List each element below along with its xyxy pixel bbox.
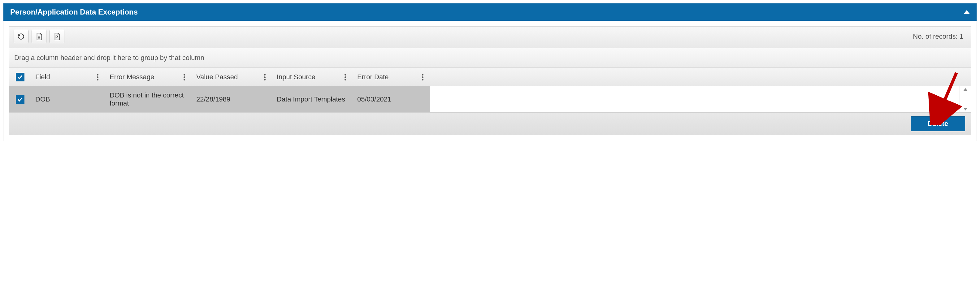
grid-toolbar: No. of records: 1 bbox=[9, 26, 971, 48]
header-input-source[interactable]: Input Source bbox=[272, 68, 353, 86]
panel-title: Person/Application Data Exceptions bbox=[10, 8, 138, 16]
collapse-icon[interactable] bbox=[964, 10, 970, 14]
cell-spacer bbox=[430, 86, 959, 113]
panel-body: No. of records: 1 Drag a column header a… bbox=[3, 21, 977, 141]
header-field-label: Field bbox=[35, 73, 50, 81]
refresh-icon bbox=[17, 32, 25, 41]
export-excel-button[interactable] bbox=[32, 30, 46, 43]
refresh-button[interactable] bbox=[14, 30, 29, 43]
column-menu-field[interactable] bbox=[94, 74, 101, 81]
delete-button[interactable]: Delete bbox=[911, 116, 965, 131]
cell-error-message: DOB is not in the correct format bbox=[105, 86, 192, 113]
export-pdf-button[interactable] bbox=[49, 30, 64, 43]
cell-value-passed: 22/28/1989 bbox=[192, 86, 272, 113]
header-error-date[interactable]: Error Date bbox=[353, 68, 430, 86]
grid-header-row: Field Error Message Value Passed bbox=[9, 67, 971, 86]
header-value-passed[interactable]: Value Passed bbox=[192, 68, 272, 86]
header-input-source-label: Input Source bbox=[277, 73, 315, 81]
cell-error-date: 05/03/2021 bbox=[353, 86, 430, 113]
pdf-file-icon bbox=[53, 32, 61, 41]
exceptions-grid: Field Error Message Value Passed bbox=[9, 67, 971, 135]
header-error-date-label: Error Date bbox=[357, 73, 388, 81]
header-select-all[interactable] bbox=[9, 68, 31, 86]
scroll-down-icon[interactable] bbox=[963, 108, 967, 111]
record-count: No. of records: 1 bbox=[913, 32, 966, 41]
vertical-scrollbar[interactable] bbox=[959, 86, 971, 113]
column-menu-input-source[interactable] bbox=[342, 74, 348, 81]
row-checkbox[interactable] bbox=[16, 95, 24, 104]
table-row[interactable]: DOB DOB is not in the correct format 22/… bbox=[9, 86, 971, 113]
scroll-up-icon[interactable] bbox=[963, 88, 967, 91]
header-spacer bbox=[430, 68, 971, 86]
column-menu-error-date[interactable] bbox=[419, 74, 426, 81]
group-by-hint: Drag a column header and drop it here to… bbox=[14, 54, 204, 62]
panel-header[interactable]: Person/Application Data Exceptions bbox=[3, 3, 977, 21]
cell-field: DOB bbox=[31, 86, 105, 113]
delete-button-label: Delete bbox=[928, 120, 948, 127]
group-by-drop-zone[interactable]: Drag a column header and drop it here to… bbox=[9, 48, 971, 67]
header-field[interactable]: Field bbox=[31, 68, 105, 86]
header-error-message[interactable]: Error Message bbox=[105, 68, 192, 86]
cell-input-source: Data Import Templates bbox=[272, 86, 353, 113]
header-error-message-label: Error Message bbox=[110, 73, 154, 81]
exceptions-panel: Person/Application Data Exceptions bbox=[3, 3, 977, 141]
excel-file-icon bbox=[35, 32, 43, 41]
select-all-checkbox[interactable] bbox=[16, 73, 24, 81]
check-icon bbox=[17, 96, 23, 102]
check-icon bbox=[17, 74, 23, 80]
column-menu-error-message[interactable] bbox=[181, 74, 188, 81]
column-menu-value-passed[interactable] bbox=[261, 74, 268, 81]
grid-footer: Delete bbox=[9, 113, 971, 135]
header-value-passed-label: Value Passed bbox=[196, 73, 238, 81]
